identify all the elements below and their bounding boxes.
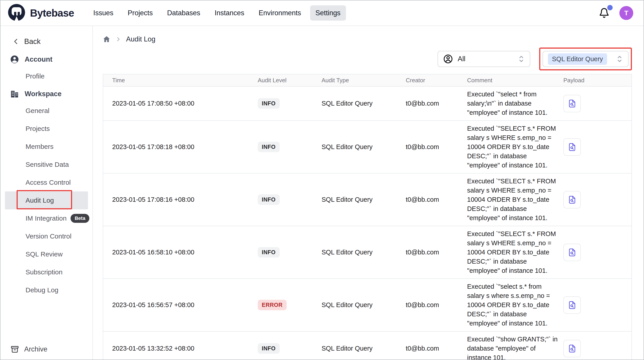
sidebar-item-general[interactable]: General	[5, 102, 88, 120]
sidebar-item-version-control[interactable]: Version Control	[5, 227, 88, 245]
sidebar-item-label: Debug Log	[26, 286, 58, 294]
sidebar-item-access-control[interactable]: Access Control	[5, 173, 88, 192]
sidebar-item-archive[interactable]: Archive	[10, 345, 47, 354]
sidebar-item-label: General	[26, 107, 50, 115]
sidebar-item-debug-log[interactable]: Debug Log	[5, 281, 88, 299]
sidebar-item-label: Projects	[26, 125, 50, 132]
nav-item-projects[interactable]: Projects	[122, 5, 158, 21]
audit-level-badge: INFO	[258, 142, 280, 152]
cell-payload	[561, 244, 632, 261]
audit-level-badge: INFO	[258, 247, 280, 258]
main-nav: Issues Projects Databases Instances Envi…	[88, 5, 346, 21]
page-title: Audit Log	[126, 35, 156, 43]
cell-audit-type: SQL Editor Query	[313, 196, 397, 203]
cell-audit-level: INFO	[248, 247, 313, 258]
bytebase-logo[interactable]: Bytebase	[7, 3, 74, 23]
cell-payload	[561, 191, 632, 209]
notification-bell-button[interactable]	[599, 8, 610, 18]
nav-item-databases[interactable]: Databases	[162, 5, 206, 21]
sidebar-item-audit-log[interactable]: Audit Log	[5, 192, 88, 209]
top-navbar: Bytebase Issues Projects Databases Insta…	[0, 1, 644, 26]
sidebar-item-im-integration[interactable]: IM Integration Beta	[5, 209, 88, 227]
bytebase-app: Bytebase Issues Projects Databases Insta…	[0, 0, 644, 360]
sidebar-item-label: Members	[26, 143, 54, 150]
table-row: 2023-01-05 13:32:52 +08:00 INFO SQL Edit…	[103, 331, 632, 359]
user-icon	[10, 55, 19, 64]
breadcrumb: Audit Log	[103, 35, 632, 44]
cell-audit-type: SQL Editor Query	[313, 345, 397, 352]
sidebar-item-sensitive-data[interactable]: Sensitive Data	[5, 155, 88, 173]
view-payload-button[interactable]	[564, 296, 581, 314]
building-icon	[10, 89, 19, 99]
nav-item-instances[interactable]: Instances	[209, 5, 250, 21]
creator-filter-select[interactable]: All	[438, 51, 530, 67]
cell-audit-type: SQL Editor Query	[313, 301, 397, 309]
cell-audit-type: SQL Editor Query	[313, 143, 397, 151]
sidebar-item-projects[interactable]: Projects	[5, 120, 88, 138]
cell-comment: Executed `"show GRANTS;"` in database "e…	[458, 335, 561, 359]
avatar-initial: T	[624, 9, 628, 17]
beta-badge: Beta	[70, 214, 89, 223]
back-button[interactable]: Back	[12, 37, 92, 46]
cell-comment: Executed `"select * from salary;\n"` in …	[458, 90, 561, 117]
view-payload-button[interactable]	[564, 138, 581, 156]
sidebar-item-label: Subscription	[26, 268, 62, 276]
table-row: 2023-01-05 17:08:50 +08:00 INFO SQL Edit…	[103, 87, 632, 121]
sidebar-item-label: Sensitive Data	[26, 161, 69, 168]
bytebase-logo-icon	[7, 3, 26, 23]
sidebar-item-label: SQL Review	[26, 250, 63, 258]
table-header-row: Time Audit Level Audit Type Creator Comm…	[103, 74, 632, 87]
audit-level-badge: INFO	[258, 343, 280, 354]
column-header-time: Time	[103, 77, 248, 84]
cell-payload	[561, 138, 632, 156]
section-label: Workspace	[25, 90, 62, 98]
audit-level-badge: INFO	[258, 194, 280, 205]
navbar-right: T	[599, 6, 637, 20]
updown-chevrons-icon	[518, 55, 525, 63]
creator-filter-value: All	[458, 55, 465, 63]
cell-payload	[561, 95, 632, 112]
sidebar-item-label: IM Integration	[26, 215, 66, 222]
cell-comment: Executed `"select s.* from salary s wher…	[458, 282, 561, 328]
view-payload-button[interactable]	[564, 340, 581, 357]
sidebar-item-subscription[interactable]: Subscription	[5, 263, 88, 281]
home-icon[interactable]	[103, 35, 110, 43]
view-payload-button[interactable]	[564, 244, 581, 261]
file-search-icon	[568, 195, 577, 205]
cell-audit-level: ERROR	[248, 300, 313, 310]
cell-time: 2023-01-05 17:08:18 +08:00	[103, 143, 248, 151]
updown-chevrons-icon	[616, 55, 623, 63]
cell-audit-level: INFO	[248, 343, 313, 354]
sidebar-item-members[interactable]: Members	[5, 138, 88, 155]
sidebar-item-sql-review[interactable]: SQL Review	[5, 245, 88, 263]
nav-item-issues[interactable]: Issues	[88, 5, 119, 21]
view-payload-button[interactable]	[564, 191, 581, 209]
chevron-right-icon	[115, 36, 121, 42]
nav-item-environments[interactable]: Environments	[253, 5, 306, 21]
brand-name: Bytebase	[30, 7, 74, 19]
column-header-payload: Payload	[561, 77, 632, 84]
sidebar-item-label: Access Control	[26, 179, 71, 186]
file-search-icon	[568, 300, 577, 310]
cell-creator: t0@bb.com	[397, 100, 458, 107]
audit-log-page: Audit Log All	[94, 26, 644, 359]
audit-type-filter-select[interactable]: SQL Editor Query	[542, 51, 628, 67]
column-header-audit-type: Audit Type	[313, 77, 397, 84]
sidebar-item-profile[interactable]: Profile	[5, 67, 88, 85]
notification-dot	[607, 5, 613, 10]
cell-audit-level: INFO	[248, 194, 313, 205]
cell-creator: t0@bb.com	[397, 301, 458, 309]
audit-level-badge: ERROR	[258, 300, 286, 310]
column-header-creator: Creator	[397, 77, 458, 84]
cell-payload	[561, 296, 632, 314]
settings-sidebar: Back Account Profile	[0, 26, 93, 359]
sidebar-item-label: Version Control	[26, 233, 72, 240]
filter-bar: All SQL Editor Query	[103, 48, 632, 70]
section-label: Account	[25, 55, 52, 63]
sidebar-section-workspace: Workspace	[10, 88, 92, 100]
annotation-box-type-filter: SQL Editor Query	[539, 48, 632, 70]
avatar[interactable]: T	[619, 6, 633, 20]
view-payload-button[interactable]	[564, 95, 581, 112]
nav-item-settings[interactable]: Settings	[310, 5, 346, 21]
table-row: 2023-01-05 17:08:16 +08:00 INFO SQL Edit…	[103, 173, 632, 226]
